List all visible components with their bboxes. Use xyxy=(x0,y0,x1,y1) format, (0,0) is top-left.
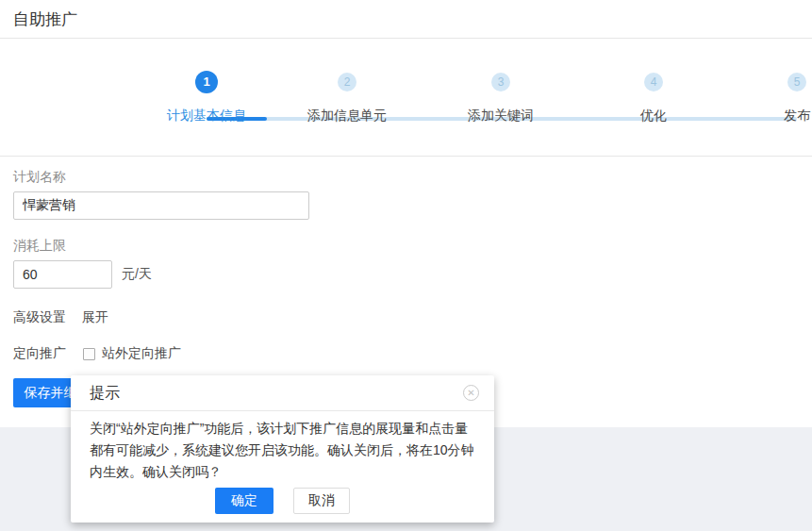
step-plan-basic-info: 1 计划基本信息 xyxy=(167,39,246,124)
cancel-button[interactable]: 取消 xyxy=(293,488,350,514)
step-add-keywords: 3 添加关键词 xyxy=(468,39,534,124)
dialog-message: 关闭“站外定向推广”功能后，该计划下推广信息的展现量和点击量都有可能减少，系统建… xyxy=(71,411,494,483)
confirm-dialog: 提示 ✕ 关闭“站外定向推广”功能后，该计划下推广信息的展现量和点击量都有可能减… xyxy=(71,375,494,523)
advanced-settings-label: 高级设置 xyxy=(13,309,66,326)
confirm-button[interactable]: 确定 xyxy=(215,488,273,514)
step-add-info-unit: 2 添加信息单元 xyxy=(307,39,387,124)
step-1-label: 计划基本信息 xyxy=(167,108,246,124)
dialog-title: 提示 xyxy=(90,385,120,401)
step-3-label: 添加关键词 xyxy=(468,108,534,124)
plan-name-label: 计划名称 xyxy=(13,169,799,186)
page-title: 自助推广 xyxy=(13,8,799,30)
step-optimize: 4 优化 xyxy=(640,39,667,124)
step-4-circle: 4 xyxy=(644,73,663,91)
budget-input[interactable] xyxy=(13,260,112,289)
dialog-header: 提示 ✕ xyxy=(71,375,494,411)
offsite-targeting-checkbox[interactable] xyxy=(83,348,95,360)
budget-label: 消耗上限 xyxy=(13,238,799,255)
step-5-label: 发布 xyxy=(784,108,810,124)
step-publish: 5 发布 xyxy=(784,39,810,124)
step-2-circle: 2 xyxy=(338,73,356,91)
targeting-label: 定向推广 xyxy=(13,345,66,362)
step-5-circle: 5 xyxy=(787,73,806,91)
step-3-circle: 3 xyxy=(491,73,510,91)
dialog-footer: 确定 取消 xyxy=(71,488,494,514)
plan-form: 计划名称 消耗上限 元/天 高级设置 展开 定向推广 站外定向推广 保存并继续 xyxy=(0,157,812,407)
budget-unit-label: 元/天 xyxy=(122,266,152,283)
plan-name-input[interactable] xyxy=(13,191,309,220)
offsite-targeting-label: 站外定向推广 xyxy=(102,345,181,362)
step-4-label: 优化 xyxy=(640,108,667,124)
step-wizard: 1 计划基本信息 2 添加信息单元 3 添加关键词 4 优化 5 发布 xyxy=(0,39,812,156)
close-icon[interactable]: ✕ xyxy=(463,385,479,401)
page-header: 自助推广 xyxy=(0,0,812,38)
step-1-circle: 1 xyxy=(195,71,218,93)
advanced-expand-toggle[interactable]: 展开 xyxy=(82,309,108,326)
step-2-label: 添加信息单元 xyxy=(307,108,387,124)
